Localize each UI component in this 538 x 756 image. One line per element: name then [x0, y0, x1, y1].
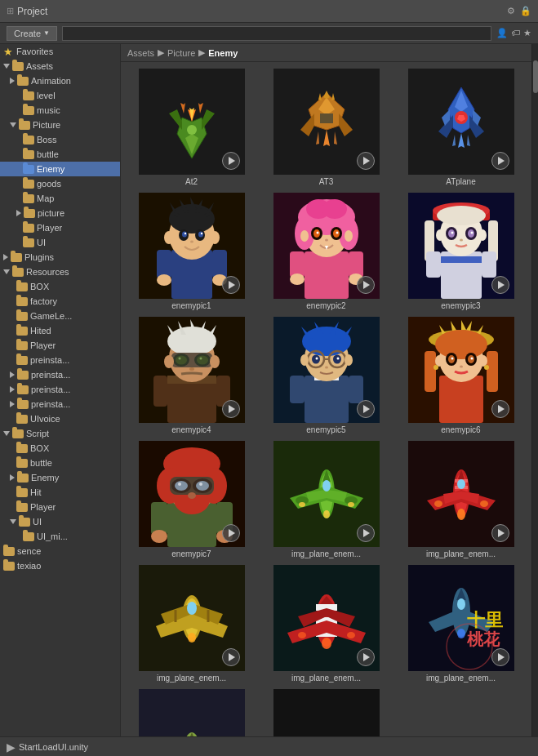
play-button[interactable] — [491, 276, 509, 294]
list-item[interactable]: img_plane_enem... — [262, 441, 390, 558]
asset-thumbnail — [273, 69, 380, 175]
svg-point-230 — [322, 638, 331, 649]
svg-point-45 — [184, 233, 185, 234]
sidebar-item-preinsta1[interactable]: preinsta... — [0, 353, 120, 367]
list-item[interactable]: enemypic7 — [127, 441, 256, 558]
sidebar-item-preinsta3[interactable]: preinsta... — [0, 382, 120, 397]
sidebar-item-box[interactable]: BOX — [0, 279, 120, 294]
play-button[interactable] — [491, 524, 509, 542]
sidebar-item-player2[interactable]: Player — [0, 338, 120, 353]
player-label: Player — [37, 223, 62, 233]
list-item[interactable]: enemypic2 — [262, 193, 390, 310]
sidebar-item-picture[interactable]: Picture — [0, 118, 120, 132]
sidebar-item-script-player[interactable]: Player — [0, 500, 120, 514]
play-button[interactable] — [222, 152, 240, 170]
person-icon[interactable]: 👤 — [496, 28, 508, 38]
list-item[interactable]: 十里 桃花 img_plane_enem... — [397, 565, 525, 683]
svg-point-208 — [480, 500, 488, 507]
sidebar-item-map[interactable]: Map — [0, 191, 120, 206]
play-button[interactable] — [222, 524, 240, 542]
list-item[interactable]: enemypic3 — [397, 193, 525, 310]
animation-label: Animation — [31, 76, 71, 86]
sidebar-item-factory[interactable]: factory — [0, 294, 120, 309]
sidebar-item-music[interactable]: music — [0, 103, 120, 118]
sidebar-item-resources[interactable]: Resources — [0, 265, 120, 279]
sidebar-item-hited[interactable]: Hited — [0, 323, 120, 338]
sidebar-item-texiao[interactable]: texiao — [0, 558, 120, 573]
sidebar-item-plugins[interactable]: Plugins — [0, 250, 120, 265]
sidebar-item-goods[interactable]: goods — [0, 176, 120, 191]
sidebar-item-level[interactable]: level — [0, 88, 120, 103]
picture-label: Picture — [33, 120, 60, 130]
asset-thumbnail — [273, 689, 380, 736]
play-button[interactable] — [357, 524, 375, 542]
folder-icon — [23, 180, 34, 189]
search-input[interactable] — [62, 26, 491, 41]
list-item[interactable]: At2 — [127, 69, 256, 186]
lock-icon[interactable]: 🔒 — [520, 6, 531, 16]
sidebar-item-script[interactable]: Script — [0, 426, 120, 441]
create-button[interactable]: Create ▼ — [7, 26, 57, 41]
preinsta2-label: preinsta... — [31, 370, 70, 380]
list-item[interactable]: img_plane_enem... — [262, 565, 390, 683]
list-item[interactable]: img_plane_enem... — [397, 441, 525, 558]
breadcrumb-assets[interactable]: Assets — [127, 48, 154, 58]
enemy-label: Enemy — [37, 164, 64, 174]
scrollbar[interactable] — [531, 44, 538, 736]
sidebar-item-buttle[interactable]: buttle — [0, 147, 120, 162]
list-item[interactable]: enemypic1 — [127, 193, 256, 310]
sidebar-item-enemy[interactable]: Enemy — [0, 162, 120, 176]
sidebar-item-script-enemy[interactable]: Enemy — [0, 470, 120, 485]
play-button[interactable] — [222, 648, 240, 666]
sidebar-item-uivoice[interactable]: UIvoice — [0, 411, 120, 426]
play-button[interactable] — [357, 400, 375, 418]
list-item[interactable]: img_plane_enem... — [262, 689, 390, 736]
list-item[interactable]: ATplane — [397, 69, 525, 186]
asset-label: enemypic7 — [171, 549, 211, 558]
list-item[interactable]: img_plane_enem... — [127, 565, 256, 683]
play-button[interactable] — [491, 152, 509, 170]
asset-thumbnail — [408, 317, 514, 423]
svg-point-74 — [290, 273, 305, 285]
svg-point-156 — [470, 358, 473, 360]
box-label: BOX — [30, 282, 49, 291]
sidebar-item-script-ui[interactable]: UI — [0, 514, 120, 529]
play-button[interactable] — [357, 152, 375, 170]
list-item[interactable]: img_plane_enem... — [127, 689, 256, 736]
sidebar-item-preinsta4[interactable]: preinsta... — [0, 397, 120, 411]
sidebar-item-script-box[interactable]: BOX — [0, 441, 120, 456]
sidebar-item-player[interactable]: Player — [0, 220, 120, 235]
sidebar-item-gamele[interactable]: GameLe... — [0, 309, 120, 323]
favorite-star-icon[interactable]: ★ — [523, 28, 531, 38]
folder-icon — [16, 415, 28, 424]
sidebar-item-boss[interactable]: Boss — [0, 132, 120, 147]
sidebar-item-ui[interactable]: UI — [0, 235, 120, 250]
breadcrumb-picture[interactable]: Picture — [167, 48, 195, 58]
sidebar-item-ui-mi[interactable]: UI_mi... — [0, 529, 120, 544]
sidebar-item-picture2[interactable]: picture — [0, 206, 120, 220]
play-button[interactable] — [222, 276, 240, 294]
sidebar-item-favorites[interactable]: ★ Favorites — [0, 44, 120, 59]
sidebar-item-animation[interactable]: Animation — [0, 73, 120, 88]
play-button[interactable] — [357, 648, 375, 666]
play-button[interactable] — [491, 648, 509, 666]
sidebar-item-assets[interactable]: Assets — [0, 59, 120, 73]
sidebar-item-script-buttle[interactable]: buttle — [0, 456, 120, 470]
sidebar-item-hit[interactable]: Hit — [0, 485, 120, 500]
scrollbar-thumb[interactable] — [533, 60, 538, 93]
settings-icon[interactable]: ⚙ — [507, 6, 515, 16]
list-item[interactable]: enemypic5 — [262, 317, 390, 434]
play-button[interactable] — [491, 400, 509, 418]
sidebar-item-sence[interactable]: sence — [0, 544, 120, 558]
list-item[interactable]: AT3 — [262, 69, 390, 186]
sence-label: sence — [17, 546, 41, 556]
sidebar-item-preinsta2[interactable]: preinsta... — [0, 367, 120, 382]
list-item[interactable]: enemypic4 — [127, 317, 256, 434]
asset-label: img_plane_enem... — [291, 674, 361, 683]
asset-thumbnail — [139, 69, 245, 175]
tag-icon[interactable]: 🏷 — [511, 28, 520, 38]
play-button[interactable] — [222, 400, 240, 418]
svg-text:十里: 十里 — [467, 610, 503, 630]
play-button[interactable] — [357, 276, 375, 294]
list-item[interactable]: enemypic6 — [397, 317, 525, 434]
